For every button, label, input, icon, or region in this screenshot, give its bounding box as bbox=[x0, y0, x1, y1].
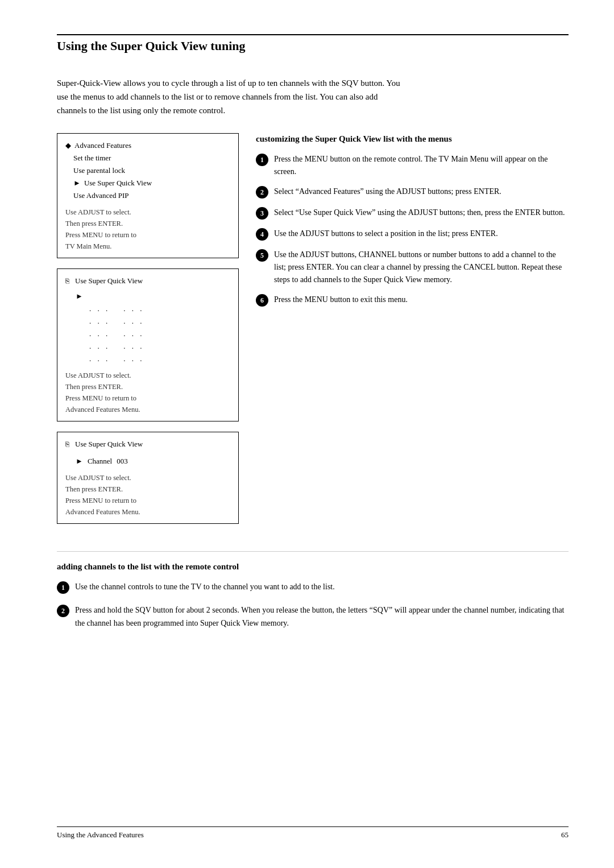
dots-row-2: . . .. . . bbox=[89, 315, 230, 328]
menu-box-1: ◆ Advanced Features Set the timer Use pa… bbox=[57, 133, 239, 258]
step-num-4: 4 bbox=[256, 228, 268, 241]
menu-subtext-1: Use ADJUST to select. Then press ENTER. … bbox=[65, 206, 230, 252]
menu-subtext-2: Use ADJUST to select. Then press ENTER. … bbox=[65, 370, 230, 415]
menu-box-3: ⎘ Use Super Quick View ► Channel 003 Use… bbox=[57, 432, 239, 524]
top-rule bbox=[57, 34, 569, 35]
bottom-step-num-2: 2 bbox=[57, 605, 69, 617]
dots-row-3: . . .. . . bbox=[89, 328, 230, 340]
page-title: Using the Super Quick View tuning bbox=[57, 39, 569, 53]
step-num-6: 6 bbox=[256, 294, 268, 307]
menu-title-1: Advanced Features bbox=[74, 139, 131, 152]
menu-item-parental: Use parental lock bbox=[73, 164, 230, 177]
step-text-2: Select “Advanced Features” using the ADJ… bbox=[274, 185, 569, 199]
step-text-4: Use the ADJUST buttons to select a posit… bbox=[274, 228, 569, 241]
bottom-heading: adding channels to the list with the rem… bbox=[57, 562, 569, 572]
bottom-section: adding channels to the list with the rem… bbox=[57, 562, 569, 630]
menu-items-1: Set the timer Use parental lock ► Use Su… bbox=[73, 152, 230, 202]
bottom-step-text-1: Use the channel controls to tune the TV … bbox=[75, 581, 569, 594]
step-num-5: 5 bbox=[256, 249, 268, 262]
arrow-icon-1: ► bbox=[73, 177, 81, 189]
left-column: ◆ Advanced Features Set the timer Use pa… bbox=[57, 133, 239, 534]
two-column-layout: ◆ Advanced Features Set the timer Use pa… bbox=[57, 133, 569, 534]
right-heading: customizing the Super Quick View list wi… bbox=[256, 133, 569, 145]
bottom-step-1: 1 Use the channel controls to tune the T… bbox=[57, 581, 569, 594]
arrow-icon-2: ► bbox=[76, 292, 83, 300]
bottom-step-num-1: 1 bbox=[57, 581, 69, 594]
step-num-1: 1 bbox=[256, 154, 268, 166]
step-num-2: 2 bbox=[256, 186, 268, 199]
step-num-3: 3 bbox=[256, 207, 268, 220]
menu-box-2: ⎘ Use Super Quick View ► . . .. . . . . … bbox=[57, 268, 239, 421]
menu-item-pip: Use Advanced PIP bbox=[73, 189, 230, 202]
footer-left: Using the Advanced Features bbox=[57, 830, 144, 840]
tv-icon-2: ⎘ bbox=[65, 439, 69, 450]
step-text-1: Press the MENU button on the remote cont… bbox=[274, 153, 569, 177]
dots-row-1: . . .. . . bbox=[89, 303, 230, 315]
step-right-6: 6 Press the MENU button to exit this men… bbox=[256, 294, 569, 307]
menu-arrow-row: ► bbox=[76, 290, 230, 303]
bottom-step-text-2: Press and hold the SQV button for about … bbox=[75, 604, 569, 630]
step-right-2: 2 Select “Advanced Features” using the A… bbox=[256, 185, 569, 199]
dots-section: . . .. . . . . .. . . . . .. . . . . .. … bbox=[78, 303, 230, 365]
menu-item-timer: Set the timer bbox=[73, 152, 230, 164]
menu-header-2: ⎘ Use Super Quick View bbox=[65, 275, 230, 287]
diamond-icon: ◆ bbox=[65, 139, 71, 152]
step-text-5: Use the ADJUST buttons, CHANNEL buttons … bbox=[274, 249, 569, 286]
intro-text: Super-Quick-View allows you to cycle thr… bbox=[57, 76, 409, 117]
menu-header-1: ◆ Advanced Features bbox=[65, 139, 230, 152]
menu-item-sqv: ► Use Super Quick View bbox=[73, 177, 230, 189]
footer-page-number: 65 bbox=[561, 830, 569, 840]
dots-row-4: . . .. . . bbox=[89, 340, 230, 353]
step-right-3: 3 Select “Use Super Quick View” using th… bbox=[256, 206, 569, 220]
page-footer: Using the Advanced Features 65 bbox=[57, 826, 569, 840]
tv-icon-1: ⎘ bbox=[65, 275, 69, 287]
channel-row: ► Channel 003 bbox=[76, 455, 230, 468]
dots-row-5: . . .. . . bbox=[89, 353, 230, 365]
menu-header-3: ⎘ Use Super Quick View bbox=[65, 438, 230, 450]
menu-subtext-3: Use ADJUST to select. Then press ENTER. … bbox=[65, 472, 230, 518]
step-right-5: 5 Use the ADJUST buttons, CHANNEL button… bbox=[256, 249, 569, 286]
channel-value: 003 bbox=[117, 455, 128, 468]
step-text-6: Press the MENU button to exit this menu. bbox=[274, 294, 569, 307]
channel-arrow-icon: ► bbox=[76, 455, 83, 468]
channel-label: Channel bbox=[88, 455, 112, 468]
bottom-step-2: 2 Press and hold the SQV button for abou… bbox=[57, 604, 569, 630]
right-column: customizing the Super Quick View list wi… bbox=[256, 133, 569, 534]
step-right-1: 1 Press the MENU button on the remote co… bbox=[256, 153, 569, 177]
step-right-4: 4 Use the ADJUST buttons to select a pos… bbox=[256, 228, 569, 241]
step-text-3: Select “Use Super Quick View” using the … bbox=[274, 206, 569, 220]
section-divider bbox=[57, 551, 569, 552]
